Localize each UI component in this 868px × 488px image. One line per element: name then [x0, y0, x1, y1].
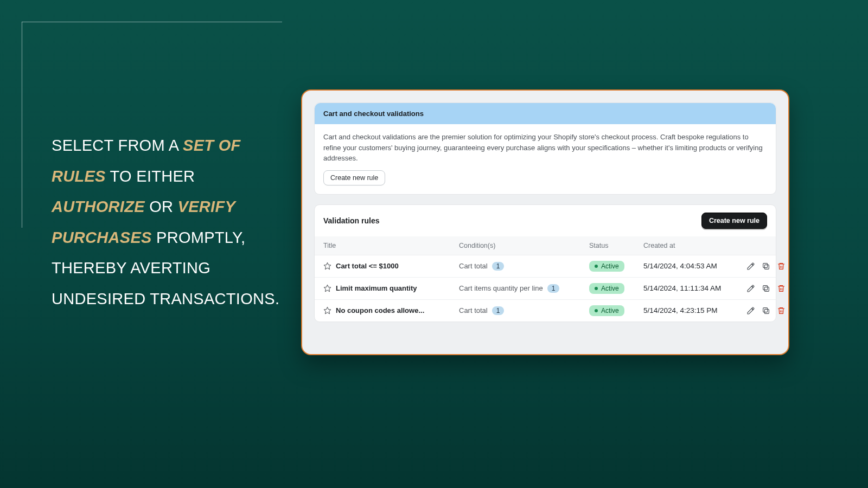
app-panel: Cart and checkout validations Cart and c…	[301, 89, 789, 355]
row-actions	[746, 284, 786, 293]
col-title: Title	[323, 242, 459, 249]
decor-line-horizontal	[22, 22, 282, 22]
col-status: Status	[589, 242, 643, 249]
rule-title: No coupon codes allowe...	[336, 306, 424, 314]
col-conditions: Condition(s)	[459, 242, 589, 249]
intro-card-title: Cart and checkout validations	[315, 103, 776, 124]
edit-icon[interactable]	[746, 306, 755, 315]
marketing-emphasis: authorize	[52, 198, 145, 215]
intro-card-body: Cart and checkout validations are the pr…	[315, 124, 776, 194]
star-icon	[323, 306, 331, 314]
svg-marker-3	[324, 285, 331, 292]
svg-rect-4	[764, 287, 769, 291]
status-badge: Active	[589, 305, 624, 316]
svg-marker-6	[324, 307, 331, 314]
decor-line-vertical	[22, 22, 22, 228]
rule-created: 5/14/2024, 11:11:34 AM	[643, 284, 746, 292]
svg-rect-1	[764, 265, 769, 269]
rules-header: Validation rules Create new rule	[315, 205, 776, 236]
row-actions	[746, 306, 786, 315]
rule-condition: Cart total	[459, 262, 488, 270]
delete-icon[interactable]	[777, 262, 786, 271]
svg-marker-0	[324, 262, 331, 269]
condition-count-badge: 1	[547, 284, 560, 293]
marketing-text: Select from a	[52, 137, 183, 154]
status-badge: Active	[589, 283, 624, 294]
star-icon	[323, 284, 331, 292]
row-actions	[746, 262, 786, 271]
marketing-copy: Select from a set of rules to either aut…	[52, 130, 290, 314]
rule-condition: Cart items quantity per line	[459, 284, 543, 292]
delete-icon[interactable]	[777, 284, 786, 293]
delete-icon[interactable]	[777, 306, 786, 315]
status-badge: Active	[589, 261, 624, 272]
create-rule-button-primary[interactable]: Create new rule	[701, 213, 767, 229]
col-created: Created at	[643, 242, 746, 249]
marketing-text: or	[145, 198, 178, 215]
svg-rect-8	[763, 307, 768, 312]
duplicate-icon[interactable]	[762, 284, 770, 293]
rules-table-header: Title Condition(s) Status Created at	[315, 236, 776, 255]
rule-title: Limit maximum quantity	[336, 284, 417, 292]
star-icon	[323, 262, 331, 270]
table-row[interactable]: No coupon codes allowe... Cart total 1 A…	[315, 299, 776, 322]
svg-rect-5	[763, 285, 768, 290]
rule-title: Cart total <= $1000	[336, 262, 399, 270]
marketing-text: to either	[106, 168, 195, 185]
edit-icon[interactable]	[746, 284, 755, 293]
table-row[interactable]: Cart total <= $1000 Cart total 1 Active …	[315, 255, 776, 277]
intro-card: Cart and checkout validations Cart and c…	[314, 102, 776, 195]
svg-rect-7	[764, 309, 769, 313]
intro-card-description: Cart and checkout validations are the pr…	[323, 132, 767, 164]
create-rule-button[interactable]: Create new rule	[323, 170, 385, 185]
rule-condition: Cart total	[459, 306, 488, 314]
edit-icon[interactable]	[746, 262, 755, 271]
condition-count-badge: 1	[492, 262, 505, 271]
duplicate-icon[interactable]	[762, 306, 770, 315]
rule-created: 5/14/2024, 4:23:15 PM	[643, 306, 746, 314]
duplicate-icon[interactable]	[762, 262, 770, 271]
condition-count-badge: 1	[492, 306, 505, 315]
table-row[interactable]: Limit maximum quantity Cart items quanti…	[315, 277, 776, 299]
rules-card: Validation rules Create new rule Title C…	[314, 204, 776, 322]
svg-rect-2	[763, 263, 768, 267]
rules-section-title: Validation rules	[323, 216, 379, 225]
rule-created: 5/14/2024, 4:04:53 AM	[643, 262, 746, 270]
